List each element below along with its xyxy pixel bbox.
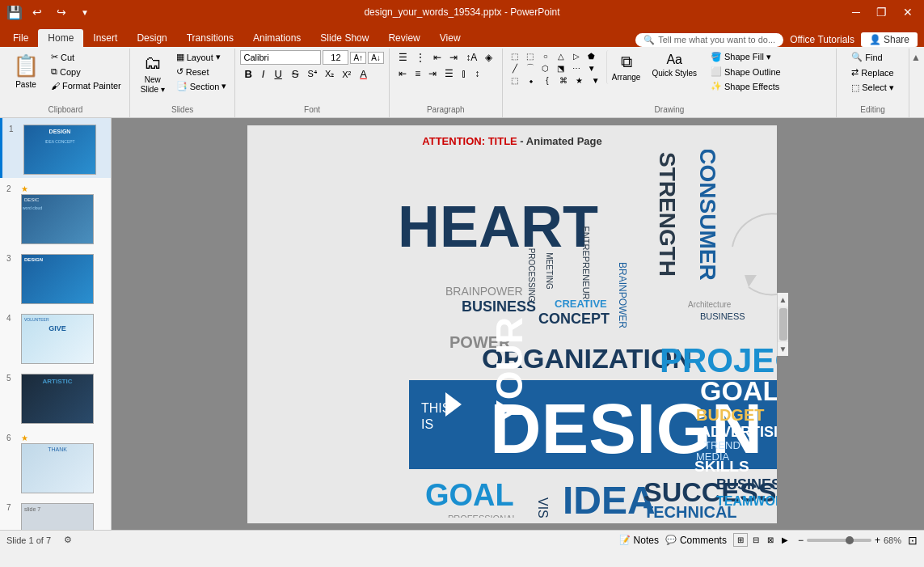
bullets-button[interactable]: ☰ (395, 50, 411, 65)
slide-thumb-7[interactable]: 7 slide 7 (0, 497, 111, 530)
font-name-input[interactable] (240, 50, 321, 65)
tab-home[interactable]: Home (38, 29, 83, 47)
align-right-button[interactable]: ⇥ (425, 66, 440, 81)
tab-view[interactable]: View (430, 29, 470, 47)
shape-item[interactable]: ⬔ (554, 62, 568, 74)
decrease-font-btn[interactable]: A↓ (368, 52, 384, 64)
restore-btn[interactable]: ❐ (871, 4, 892, 20)
find-button[interactable]: 🔍 Find (848, 50, 885, 64)
collapse-ribbon-btn[interactable]: ▲ (911, 52, 921, 63)
scroll-up-btn[interactable]: ▲ (778, 293, 789, 307)
shape-item[interactable]: ▼ (584, 62, 599, 74)
superscript-button[interactable]: X² (339, 68, 354, 81)
shape-item[interactable]: ⬟ (584, 50, 599, 61)
slide-thumb-4[interactable]: 4 VOLUNTEER GIVE (0, 307, 111, 367)
indent-dec-button[interactable]: ⇤ (430, 50, 445, 65)
align-center-button[interactable]: ≡ (411, 66, 424, 81)
share-btn[interactable]: 👤 Share (861, 32, 918, 47)
redo-btn[interactable]: ↪ (52, 4, 71, 20)
format-painter-button[interactable]: 🖌 Format Painter (48, 79, 124, 92)
slide-thumb-5[interactable]: 5 ARTISTIC (0, 367, 111, 427)
copy-button[interactable]: ⧉ Copy (48, 65, 124, 78)
numbering-button[interactable]: ⋮ (412, 50, 428, 65)
tab-animations[interactable]: Animations (243, 29, 310, 47)
slide-thumb-6[interactable]: 6 ★ THANK (0, 427, 111, 497)
shape-fill-button[interactable]: 🪣 Shape Fill ▾ (707, 50, 784, 64)
tab-transitions[interactable]: Transitions (177, 29, 243, 47)
scroll-track-v (778, 307, 788, 342)
text-direction-button[interactable]: ↕A (462, 50, 480, 65)
slide-canvas[interactable]: ATTENTION: TITLE - Animated Page HEART C… (247, 125, 777, 523)
align-left-button[interactable]: ⇤ (395, 66, 410, 81)
shape-item[interactable]: ○ (538, 50, 553, 61)
layout-button[interactable]: ▦ Layout ▾ (173, 50, 230, 64)
undo-btn[interactable]: ↩ (27, 4, 47, 20)
status-right: 📝 Notes 💬 Comments ⊞ ⊟ ⊠ ▶ − + 68% ⊡ (619, 533, 918, 547)
section-button[interactable]: 📑 Section ▾ (173, 79, 230, 93)
tab-review[interactable]: Review (378, 29, 429, 47)
columns-button[interactable]: ⫿ (458, 66, 470, 81)
font-color-button[interactable]: A (356, 66, 371, 82)
shape-item[interactable]: ⬚ (508, 74, 522, 86)
scroll-down-btn[interactable]: ▼ (778, 342, 789, 356)
slide-panel-toggle-icon[interactable]: ⚙ (64, 535, 72, 545)
tab-file[interactable]: File (3, 29, 38, 47)
shape-item[interactable]: ⋯ (569, 62, 584, 74)
shape-item[interactable]: { (540, 74, 555, 86)
shape-item[interactable]: ╱ (508, 62, 522, 74)
fit-to-window-btn[interactable]: ⊡ (908, 534, 918, 547)
shape-item[interactable]: ▼ (589, 74, 603, 86)
shape-outline-button[interactable]: ⬜ Shape Outline (707, 65, 784, 78)
convert-smartart-button[interactable]: ◈ (482, 50, 496, 65)
zoom-slider[interactable] (807, 539, 871, 542)
tab-slideshow[interactable]: Slide Show (310, 29, 378, 47)
comments-button[interactable]: Comments (680, 535, 727, 546)
slide-sorter-btn[interactable]: ⊟ (749, 534, 762, 546)
increase-font-btn[interactable]: A↑ (350, 52, 366, 64)
replace-button[interactable]: ⇄ Replace (848, 66, 897, 79)
arrange-button[interactable]: ⧉ Arrange (606, 50, 645, 84)
italic-button[interactable]: I (258, 66, 269, 82)
font-size-input[interactable] (323, 50, 348, 65)
underline-button[interactable]: U (270, 66, 285, 82)
normal-view-btn[interactable]: ⊞ (733, 533, 748, 547)
tab-design[interactable]: Design (127, 29, 176, 47)
shape-item[interactable]: ⬡ (538, 62, 553, 74)
indent-inc-button[interactable]: ⇥ (446, 50, 461, 65)
reset-button[interactable]: ↺ Reset (173, 65, 230, 78)
scroll-thumb-v[interactable] (779, 308, 787, 341)
subscript-button[interactable]: X₂ (322, 67, 337, 81)
zoom-out-btn[interactable]: − (798, 535, 804, 546)
line-spacing-button[interactable]: ↕ (471, 66, 483, 81)
select-button[interactable]: ⬚ Select ▾ (848, 81, 897, 95)
shape-item[interactable]: ▷ (569, 50, 584, 61)
shape-item[interactable]: ★ (572, 74, 587, 86)
notes-button[interactable]: Notes (634, 535, 659, 546)
quick-styles-button[interactable]: Aa Quick Styles (648, 50, 701, 81)
shape-item[interactable]: ⬚ (508, 50, 522, 61)
shape-item[interactable]: ⬥ (524, 74, 538, 86)
bold-button[interactable]: B (240, 66, 255, 82)
reading-view-btn[interactable]: ⊠ (764, 534, 777, 546)
shape-item[interactable]: ⬚ (523, 50, 538, 61)
shadow-button[interactable]: S⁴ (305, 67, 320, 81)
shape-effects-button[interactable]: ✨ Shape Effects (707, 79, 784, 93)
shape-item[interactable]: ⌒ (523, 62, 538, 74)
shape-item[interactable]: △ (554, 50, 568, 61)
slideshow-view-btn[interactable]: ▶ (778, 534, 791, 546)
slide-thumb-3[interactable]: 3 DESIGN (0, 248, 111, 307)
slide-thumb-2[interactable]: 2 ★ DESIC word cloud (0, 178, 111, 248)
zoom-in-btn[interactable]: + (875, 535, 880, 546)
strikethrough-button[interactable]: S (288, 66, 303, 82)
cut-button[interactable]: ✂ Cut (48, 50, 124, 64)
slide-thumb-1[interactable]: 1 DESIGN IDEA CONCEPT (0, 118, 111, 178)
justify-button[interactable]: ☰ (441, 66, 457, 81)
office-tutorials-link[interactable]: Office Tutorials (790, 34, 854, 45)
shape-item[interactable]: ⌘ (556, 74, 571, 86)
minimize-btn[interactable]: ─ (847, 4, 865, 20)
tab-insert[interactable]: Insert (83, 29, 127, 47)
close-btn[interactable]: ✕ (898, 4, 918, 20)
customize-btn[interactable]: ▼ (76, 6, 94, 19)
paste-button[interactable]: 📋 Paste (6, 50, 45, 92)
new-slide-button[interactable]: 🗂 NewSlide ▾ (135, 50, 171, 97)
